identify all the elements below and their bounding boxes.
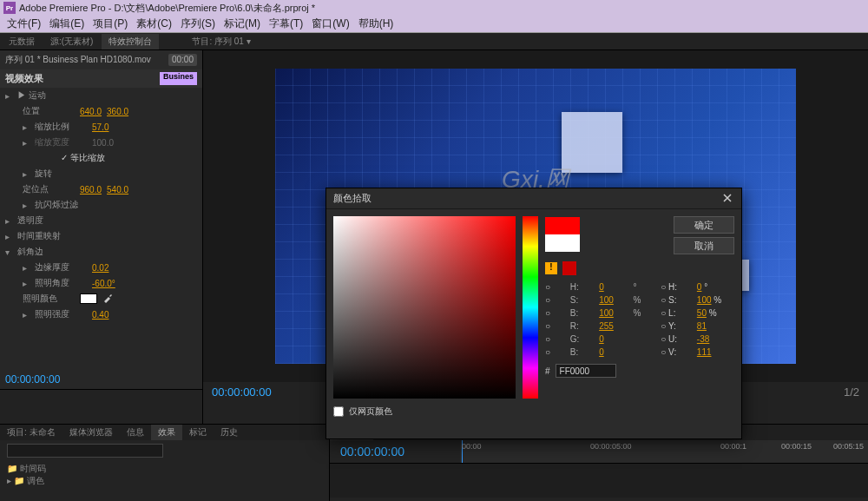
u-value[interactable]: -38 (697, 334, 734, 344)
param-position[interactable]: 位置 640.0 360.0 (0, 103, 202, 119)
folder-timecode[interactable]: 📁 时间码 (7, 463, 322, 475)
color-picker-dialog: 颜色拾取 确定 取消 ! (326, 188, 742, 439)
gamut-warning-icon[interactable]: ! (545, 262, 557, 274)
edge-thickness-value[interactable]: 0.02 (92, 263, 108, 273)
menu-help[interactable]: 帮助(H) (358, 16, 394, 31)
uniform-scale-check[interactable]: ✓ 等比缩放 (0, 150, 202, 166)
position-y[interactable]: 360.0 (107, 107, 128, 116)
timeline-tracks[interactable] (330, 463, 868, 498)
param-light-color[interactable]: 照明颜色 (0, 291, 202, 307)
light-intensity-value[interactable]: 0.40 (92, 310, 108, 320)
web-colors-label: 仅网页颜色 (349, 405, 392, 418)
effect-motion[interactable]: ▸▶ 运动 (0, 88, 202, 103)
v-value[interactable]: 111 (697, 347, 734, 357)
project-panel: 项目: 未命名 媒体浏览器 信息 效果 标记 历史 📁 时间码 ▸ 📁 调色 (0, 425, 330, 501)
color-preview (545, 217, 580, 252)
gamut-swatch[interactable] (562, 261, 576, 275)
scale-value[interactable]: 57.0 (92, 122, 108, 132)
menu-marker[interactable]: 标记(M) (224, 16, 260, 31)
hsl-s-value[interactable]: 100 (697, 295, 712, 305)
r-value[interactable]: 255 (599, 321, 626, 331)
anchor-x[interactable]: 960.0 (80, 185, 102, 194)
monitor-time: 00:00:00:00 (212, 386, 272, 399)
color-value-fields: ○H:0°○ H:0 ° ○S:100%○ S:100 % ○B:100%○ L… (545, 282, 734, 357)
menu-bar: 文件(F) 编辑(E) 项目(P) 素材(C) 序列(S) 标记(M) 字幕(T… (0, 16, 868, 33)
clip-header: 序列 01 * Business Plan HD1080.mov 00:00 (0, 50, 202, 69)
tab-info[interactable]: 信息 (120, 425, 151, 440)
timeline-current-time[interactable]: 00:00:00:00 (330, 445, 460, 458)
anchor-y[interactable]: 540.0 (107, 185, 128, 194)
ok-button[interactable]: 确定 (674, 216, 734, 234)
effects-search-input[interactable] (7, 444, 163, 458)
clip-badge: Busines (160, 72, 197, 85)
ec-mini-timeline[interactable] (0, 389, 202, 424)
app-icon: Pr (3, 2, 16, 14)
b-value[interactable]: 100 (599, 308, 626, 318)
hue-slider[interactable] (523, 216, 538, 399)
light-color-swatch[interactable] (80, 293, 97, 304)
param-light-angle[interactable]: ▸照明角度 -60.0° (0, 275, 202, 291)
param-antiflicker[interactable]: ▸抗闪烁过滤 (0, 197, 202, 213)
tab-media-browser[interactable]: 媒体浏览器 (62, 425, 120, 440)
menu-project[interactable]: 项目(P) (93, 16, 128, 31)
position-x[interactable]: 640.0 (80, 107, 102, 116)
tab-metadata[interactable]: 元数据 (2, 34, 42, 49)
project-tabs: 项目: 未命名 媒体浏览器 信息 效果 标记 历史 (0, 425, 329, 440)
g-value[interactable]: 0 (599, 334, 626, 344)
color-picker-title: 颜色拾取 (333, 192, 372, 205)
menu-file[interactable]: 文件(F) (7, 16, 41, 31)
title-bar: Pr Adobe Premiere Pro - D:\文档\Adobe\Prem… (0, 0, 868, 16)
menu-title[interactable]: 字幕(T) (269, 16, 303, 31)
param-light-intensity[interactable]: ▸照明强度 0.40 (0, 307, 202, 322)
menu-sequence[interactable]: 序列(S) (181, 16, 215, 31)
folder-colorize[interactable]: ▸ 📁 调色 (7, 475, 322, 487)
menu-clip[interactable]: 素材(C) (136, 16, 172, 31)
effects-header: 视频效果 Busines (0, 69, 202, 88)
tab-markers[interactable]: 标记 (182, 425, 214, 440)
tab-project[interactable]: 项目: 未命名 (0, 425, 62, 440)
color-picker-title-bar[interactable]: 颜色拾取 (326, 188, 741, 209)
param-scale-width: ▸缩放宽度 100.0 (0, 135, 202, 150)
ec-current-time: 00:00:00:00 (0, 370, 202, 389)
s-value[interactable]: 100 (599, 295, 626, 305)
h-value[interactable]: 0 (599, 282, 626, 292)
menu-edit[interactable]: 编辑(E) (49, 16, 84, 31)
timeline-header: 00:00:00:00 00:00 00:00:05:00 00:00:1 00… (330, 440, 868, 463)
timeline-ruler[interactable]: 00:00 00:00:05:00 00:00:1 00:00:15 00:05… (460, 440, 868, 463)
hex-input[interactable] (556, 364, 616, 378)
y-value[interactable]: 81 (697, 321, 734, 331)
tab-effect-controls[interactable]: 特效控制台 (102, 34, 159, 49)
param-edge-thickness[interactable]: ▸边缘厚度 0.02 (0, 260, 202, 275)
hsl-h-value[interactable]: 0 (697, 282, 702, 292)
source-tabs: 元数据 源:(无素材) 特效控制台 节目: 序列 01 ▾ (0, 33, 868, 50)
header-time: 00:00 (168, 54, 197, 66)
effect-bevel[interactable]: ▾斜角边 (0, 244, 202, 260)
web-colors-checkbox[interactable] (333, 406, 344, 417)
rgb-b-value[interactable]: 0 (599, 347, 626, 357)
effect-timeremap[interactable]: ▸时间重映射 (0, 228, 202, 244)
param-rotation[interactable]: ▸旋转 (0, 166, 202, 181)
color-field[interactable] (333, 216, 516, 399)
hex-label: # (545, 366, 550, 376)
tab-history[interactable]: 历史 (214, 425, 245, 440)
tab-effects[interactable]: 效果 (151, 425, 182, 440)
close-icon[interactable] (722, 193, 734, 205)
video-effects-label: 视频效果 (5, 72, 43, 85)
tab-source[interactable]: 源:(无素材) (43, 34, 100, 49)
window-title: Adobe Premiere Pro - D:\文档\Adobe\Premier… (19, 2, 315, 15)
cancel-button[interactable]: 取消 (674, 237, 734, 254)
hsl-l-value[interactable]: 50 (697, 308, 707, 318)
effect-controls-panel: 序列 01 * Business Plan HD1080.mov 00:00 视… (0, 50, 203, 424)
menu-window[interactable]: 窗口(W) (312, 16, 349, 31)
eyedropper-icon[interactable] (102, 293, 113, 305)
clip-name: 序列 01 * Business Plan HD1080.mov (5, 54, 151, 66)
light-angle-value[interactable]: -60.0° (92, 279, 115, 288)
tab-program[interactable]: 节目: 序列 01 ▾ (185, 34, 257, 49)
effect-opacity[interactable]: ▸透明度 (0, 213, 202, 228)
param-scale[interactable]: ▸缩放比例 57.0 (0, 119, 202, 135)
monitor-duration: 1/2 (844, 386, 859, 399)
param-anchor[interactable]: 定位点 960.0 540.0 (0, 181, 202, 197)
